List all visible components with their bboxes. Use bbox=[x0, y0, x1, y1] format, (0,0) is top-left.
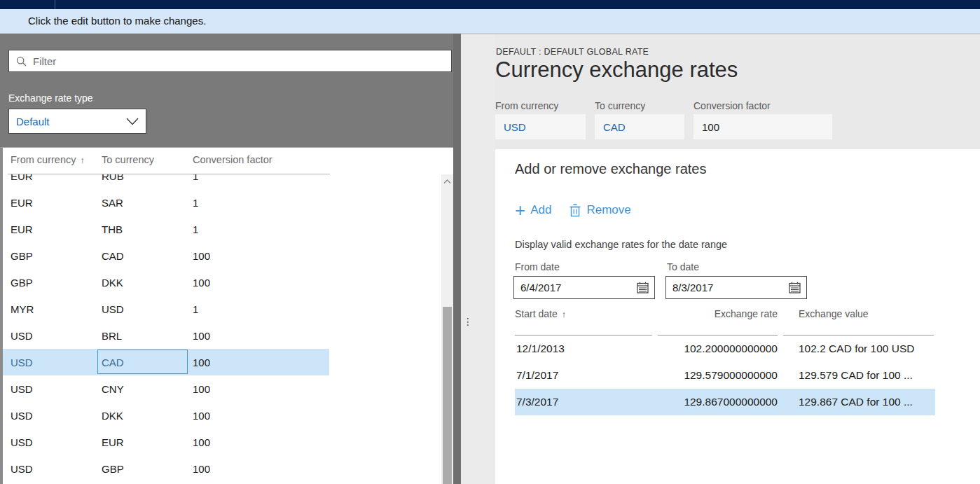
rates-table: Start date↑ Exchange rate Exchange value… bbox=[515, 308, 935, 415]
app-top-bar bbox=[0, 0, 980, 9]
table-row-selected[interactable]: 7/3/2017 129.867000000000 129.867 CAD fo… bbox=[515, 389, 935, 415]
scrollbar-track[interactable] bbox=[441, 174, 453, 484]
table-row[interactable]: EURRUB1 bbox=[3, 174, 329, 189]
table-row[interactable]: GBPCAD100 bbox=[3, 242, 329, 269]
table-row[interactable]: USDCNY100 bbox=[3, 375, 329, 402]
conversion-factor-label: Conversion factor bbox=[693, 100, 771, 111]
table-row[interactable]: GBPDKK100 bbox=[3, 269, 329, 296]
date-range-label: Display valid exchange rates for the dat… bbox=[515, 239, 727, 250]
detail-header: DEFAULT : DEFAULT GLOBAL RATE Currency e… bbox=[495, 34, 980, 149]
calendar-icon[interactable] bbox=[789, 282, 801, 293]
sort-ascending-icon: ↑ bbox=[80, 155, 85, 165]
table-row[interactable]: 7/1/2017 129.579000000000 129.579 CAD fo… bbox=[515, 362, 935, 389]
top-bar-divider bbox=[55, 0, 55, 9]
notification-bar: Click the edit button to make changes. bbox=[0, 9, 980, 34]
remove-button[interactable]: Remove bbox=[570, 203, 630, 217]
col-conversion-factor[interactable]: Conversion factor bbox=[193, 154, 272, 165]
to-currency-label: To currency bbox=[595, 100, 645, 111]
table-row[interactable]: USDDKK100 bbox=[3, 402, 329, 429]
table-row[interactable]: EURTHB1 bbox=[3, 216, 329, 242]
col-exchange-value[interactable]: Exchange value bbox=[799, 308, 935, 326]
selected-cell-outline bbox=[97, 350, 188, 374]
table-row[interactable]: USDBRL100 bbox=[3, 322, 329, 349]
section-actions: + Add Remove bbox=[515, 200, 631, 221]
exchange-rate-type-select[interactable]: Default bbox=[8, 109, 146, 134]
filter-input[interactable]: Filter bbox=[8, 50, 452, 72]
drag-handle-icon[interactable]: ⋮ bbox=[463, 316, 473, 327]
search-icon bbox=[16, 56, 27, 67]
calendar-icon[interactable] bbox=[637, 282, 649, 293]
from-date-label: From date bbox=[515, 261, 560, 272]
table-row-selected[interactable]: USDCAD100 bbox=[3, 349, 329, 375]
to-currency-field[interactable]: CAD bbox=[595, 114, 684, 139]
table-row[interactable]: USDEUR100 bbox=[3, 429, 329, 455]
panel-gutter: ⋮ bbox=[461, 34, 495, 484]
trash-icon bbox=[570, 204, 581, 217]
to-date-label: To date bbox=[667, 261, 699, 272]
table-row[interactable]: EURSAR1 bbox=[3, 189, 329, 216]
exchange-rate-type-label: Exchange rate type bbox=[8, 92, 93, 104]
exchange-rates-section: Add or remove exchange rates + Add Remov… bbox=[495, 149, 980, 484]
filter-placeholder: Filter bbox=[33, 55, 56, 67]
to-date-input[interactable]: 8/3/2017 bbox=[665, 276, 807, 299]
table-row[interactable]: 12/1/2013 102.200000000000 102.2 CAD for… bbox=[515, 336, 935, 362]
section-title: Add or remove exchange rates bbox=[515, 161, 707, 177]
table-row[interactable]: USDGBP100 bbox=[3, 455, 329, 482]
from-currency-label: From currency bbox=[495, 100, 558, 111]
col-start-date[interactable]: Start date↑ bbox=[515, 308, 655, 326]
chevron-down-icon bbox=[126, 118, 139, 125]
sidebar: Filter Exchange rate type Default From c… bbox=[0, 34, 453, 484]
col-from-currency[interactable]: From currency↑ bbox=[11, 154, 85, 165]
scroll-up-icon[interactable] bbox=[443, 179, 452, 185]
currency-pairs-list: EURRUB1 EURSAR1 EURTHB1 GBPCAD100 GBPDKK… bbox=[3, 174, 439, 484]
page-title: Currency exchange rates bbox=[495, 57, 738, 83]
plus-icon: + bbox=[515, 202, 525, 218]
rates-table-header: Start date↑ Exchange rate Exchange value bbox=[515, 308, 935, 326]
add-button[interactable]: + Add bbox=[515, 202, 551, 218]
currency-pairs-header: From currency↑ To currency Conversion fa… bbox=[3, 148, 453, 174]
from-currency-field[interactable]: USD bbox=[495, 114, 586, 139]
from-date-input[interactable]: 6/4/2017 bbox=[513, 276, 655, 299]
currency-pairs-panel: From currency↑ To currency Conversion fa… bbox=[0, 147, 453, 484]
conversion-factor-field[interactable]: 100 bbox=[693, 114, 832, 139]
notification-message: Click the edit button to make changes. bbox=[28, 9, 206, 33]
header-underline bbox=[515, 335, 935, 336]
breadcrumb: DEFAULT : DEFAULT GLOBAL RATE bbox=[496, 47, 649, 57]
sort-ascending-icon: ↑ bbox=[562, 309, 567, 319]
col-exchange-rate[interactable]: Exchange rate bbox=[655, 308, 778, 326]
scrollbar-thumb[interactable] bbox=[443, 307, 452, 484]
panel-splitter[interactable] bbox=[453, 34, 461, 484]
col-to-currency[interactable]: To currency bbox=[102, 154, 154, 165]
exchange-rate-type-value: Default bbox=[16, 116, 126, 127]
table-row[interactable]: MYRUSD1 bbox=[3, 296, 329, 322]
